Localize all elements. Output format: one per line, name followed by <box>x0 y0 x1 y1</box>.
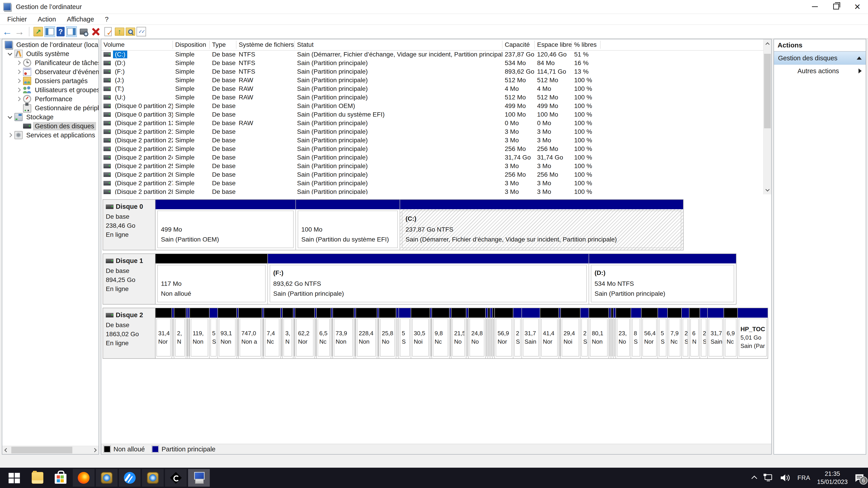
partition[interactable] <box>485 308 488 358</box>
partition[interactable] <box>188 308 189 358</box>
partition[interactable] <box>262 308 264 358</box>
volume-row[interactable]: (Disque 2 partition 21) Simple De base S… <box>101 127 764 136</box>
battlenet-button[interactable] <box>119 469 141 487</box>
tray-overflow-chevron-icon[interactable] <box>751 476 757 481</box>
partition[interactable]: HP_TOC5,01 GoSain (Par <box>737 308 768 358</box>
partition[interactable]: 117 MoNon alloué <box>156 254 268 304</box>
volume-row[interactable]: (Disque 2 partition 26) Simple De base S… <box>101 170 764 179</box>
show-action-pane-button[interactable] <box>66 26 77 37</box>
sidebar-item-performance[interactable]: Performance <box>2 94 98 103</box>
microsoft-store-button[interactable] <box>50 469 71 487</box>
partition[interactable]: 100 MoSain (Partition du système EFI) <box>296 200 400 250</box>
partition[interactable]: 119,Non <box>189 308 209 358</box>
column-header-statut[interactable]: Statut <box>295 41 502 49</box>
minimize-button[interactable] <box>804 0 826 13</box>
rescan-disks-button[interactable] <box>78 26 89 37</box>
partition[interactable]: 73,9Non <box>333 308 354 358</box>
volume-icon[interactable] <box>780 474 791 482</box>
expand-chevron-icon[interactable] <box>5 49 14 58</box>
partition[interactable]: 56,9Nor <box>494 308 513 358</box>
partition[interactable]: 6N <box>689 308 700 358</box>
partition[interactable] <box>490 308 492 358</box>
volume-row[interactable]: (Disque 2 partition 24) Simple De base S… <box>101 153 764 162</box>
partition[interactable]: 3,N <box>282 308 293 358</box>
partition[interactable] <box>492 308 494 358</box>
menu-item[interactable]: ? <box>99 14 114 24</box>
volume-row[interactable]: (Disque 0 partition 2) Simple De base Sa… <box>101 102 764 110</box>
partition[interactable]: 7,9Nc <box>667 308 681 358</box>
column-header-espace-libre[interactable]: Espace libre <box>535 41 572 49</box>
restore-button[interactable] <box>826 0 847 13</box>
expand-chevron-icon[interactable] <box>14 76 23 86</box>
partition[interactable]: 24,8No <box>468 308 485 358</box>
expand-chevron-icon[interactable] <box>14 122 23 131</box>
properties-button[interactable] <box>103 26 114 37</box>
sidebar-item-stockage[interactable]: Stockage <box>2 112 98 122</box>
expand-chevron-icon[interactable] <box>14 58 23 67</box>
forward-button[interactable] <box>14 26 25 37</box>
export-list-button[interactable] <box>33 27 43 36</box>
toolbar-separator[interactable] <box>29 27 29 36</box>
partition[interactable]: 5S <box>209 308 217 358</box>
volume-row[interactable]: (Disque 2 partition 23) Simple De base S… <box>101 144 764 153</box>
partition[interactable] <box>396 308 399 358</box>
partition[interactable] <box>280 308 282 358</box>
collapse-icon[interactable] <box>857 57 862 60</box>
partition[interactable]: 499 MoSain (Partition OEM) <box>156 200 296 250</box>
column-header-pct-libres[interactable]: % libres <box>572 41 600 49</box>
partition[interactable]: 2S <box>513 308 522 358</box>
partition[interactable] <box>430 308 432 358</box>
partition[interactable]: 25,8No <box>379 308 396 358</box>
game-launcher-button[interactable] <box>165 469 187 487</box>
partition[interactable]: 62,2Nor <box>295 308 314 358</box>
scroll-up-arrow[interactable] <box>764 40 771 48</box>
partition[interactable]: 21,5No <box>451 308 466 358</box>
scroll-left-arrow[interactable] <box>2 446 10 454</box>
actions-group-gestion-des-disques[interactable]: Gestion des disques <box>774 52 866 65</box>
volume-row[interactable]: (T:) Simple De base RAW Sain (Partition … <box>101 85 764 93</box>
volume-row[interactable]: (Disque 0 partition 3) Simple De base Sa… <box>101 110 764 119</box>
partition[interactable]: 7,4Nc <box>264 308 280 358</box>
actions-autres-actions[interactable]: Autres actions <box>774 65 866 77</box>
hearthstone-2-button[interactable] <box>142 469 164 487</box>
volume-row[interactable]: (Disque 2 partition 27) Simple De base S… <box>101 179 764 188</box>
partition[interactable]: 31,4Nor <box>156 308 172 358</box>
disk-2-label[interactable]: Disque 2 De base 1863,02 Go En ligne <box>103 308 156 358</box>
disk-1-label[interactable]: Disque 1 De base 894,25 Go En ligne <box>103 254 156 304</box>
scroll-thumb[interactable] <box>11 447 72 453</box>
partition[interactable] <box>314 308 316 358</box>
partition[interactable]: 2S <box>700 308 707 358</box>
partition[interactable]: (D:)534 Mo NTFSSain (Partition principal… <box>589 254 736 304</box>
volume-row[interactable]: (F:) Simple De base NTFS Sain (Partition… <box>101 67 764 76</box>
volume-row[interactable]: (J:) Simple De base RAW Sain (Partition … <box>101 76 764 85</box>
sidebar-item-observateur[interactable]: Observateur d’événements <box>2 67 98 76</box>
scroll-down-arrow[interactable] <box>764 186 771 194</box>
partition[interactable]: 747,0Non a <box>238 308 262 358</box>
partition[interactable] <box>293 308 295 358</box>
partition[interactable]: 2S <box>580 308 589 358</box>
computer-management-taskbar-button[interactable] <box>188 469 210 487</box>
clock[interactable]: 21:35 15/01/2023 <box>817 470 848 486</box>
partition[interactable] <box>466 308 468 358</box>
partition[interactable]: 5S <box>399 308 410 358</box>
start-button[interactable] <box>4 469 25 487</box>
view-options-button[interactable] <box>136 27 146 36</box>
partition[interactable]: 6,9Nc <box>723 308 737 358</box>
partition[interactable]: 31,7Sain <box>707 308 723 358</box>
sidebar-item-gestion-ordinateur[interactable]: Gestion de l’ordinateur (local) <box>2 40 98 49</box>
sidebar-item-utilisateurs[interactable]: Utilisateurs et groupes locaux <box>2 86 98 94</box>
language-indicator[interactable]: FRA <box>798 475 810 482</box>
network-icon[interactable] <box>763 474 773 482</box>
notification-center-button[interactable]: 6 <box>855 473 864 483</box>
expand-chevron-icon[interactable] <box>14 94 23 103</box>
partition[interactable] <box>449 308 451 358</box>
delete-volume-button[interactable] <box>90 26 101 37</box>
partition[interactable]: 30,5Noi <box>411 308 430 358</box>
column-header-capacite[interactable]: Capacité <box>502 41 535 49</box>
sidebar-item-gestionnaire-peripheriques[interactable]: Gestionnaire de périphériques <box>2 103 98 112</box>
column-header-type[interactable]: Type <box>210 41 237 49</box>
partition[interactable] <box>609 308 611 358</box>
partition[interactable]: 2S <box>681 308 689 358</box>
volume-row[interactable]: (Disque 2 partition 28) Simple De base S… <box>101 188 764 194</box>
hearthstone-button[interactable] <box>96 469 118 487</box>
